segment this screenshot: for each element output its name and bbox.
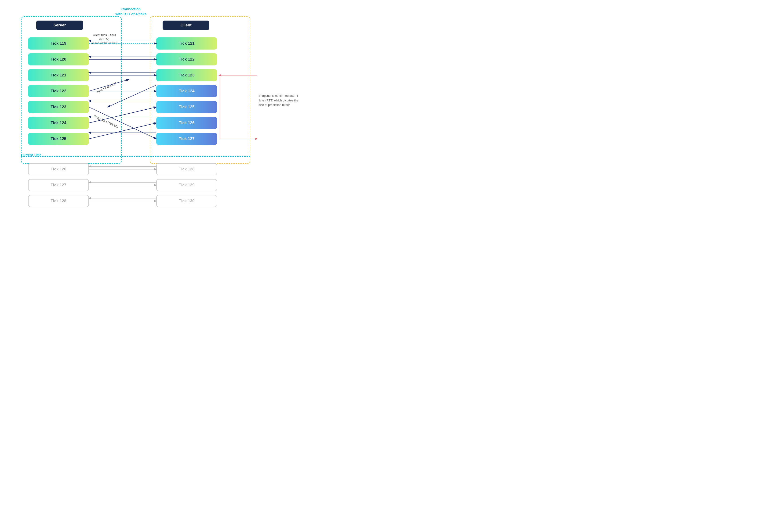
server-tick-122: Tick 122: [28, 85, 89, 97]
client-tick-122: Tick 122: [156, 53, 217, 66]
client-tick-121: Tick 121: [156, 37, 217, 50]
server-tick-126: Tick 126: [28, 163, 89, 175]
client-tick-124: Tick 124: [156, 85, 217, 97]
server-tick-127: Tick 127: [28, 179, 89, 191]
server-tick-121: Tick 121: [28, 69, 89, 81]
client-pill: Client: [163, 21, 209, 30]
client-tick-127: Tick 127: [156, 133, 217, 145]
diagram-container: Connection with RTT of 4 ticks Current T…: [0, 0, 304, 213]
client-tick-129: Tick 129: [156, 179, 217, 191]
server-tick-123: Tick 123: [28, 101, 89, 113]
server-tick-119: Tick 119: [28, 37, 89, 50]
current-time-line: [21, 156, 250, 157]
connection-label: Connection with RTT of 4 ticks: [108, 7, 154, 16]
server-tick-120: Tick 120: [28, 53, 89, 66]
client-tick-125: Tick 125: [156, 101, 217, 113]
server-tick-125: Tick 125: [28, 133, 89, 145]
server-tick-128: Tick 128: [28, 195, 89, 207]
side-annotation: Snapshot is confirmed after 4 ticks (RTT…: [259, 93, 299, 107]
client-tick-130: Tick 130: [156, 195, 217, 207]
server-tick-124: Tick 124: [28, 117, 89, 129]
client-tick-126: Tick 126: [156, 117, 217, 129]
client-tick-123: Tick 123: [156, 69, 217, 81]
client-tick-128: Tick 128: [156, 163, 217, 175]
server-pill: Server: [36, 21, 83, 30]
current-time-label: Current Time: [21, 153, 41, 157]
